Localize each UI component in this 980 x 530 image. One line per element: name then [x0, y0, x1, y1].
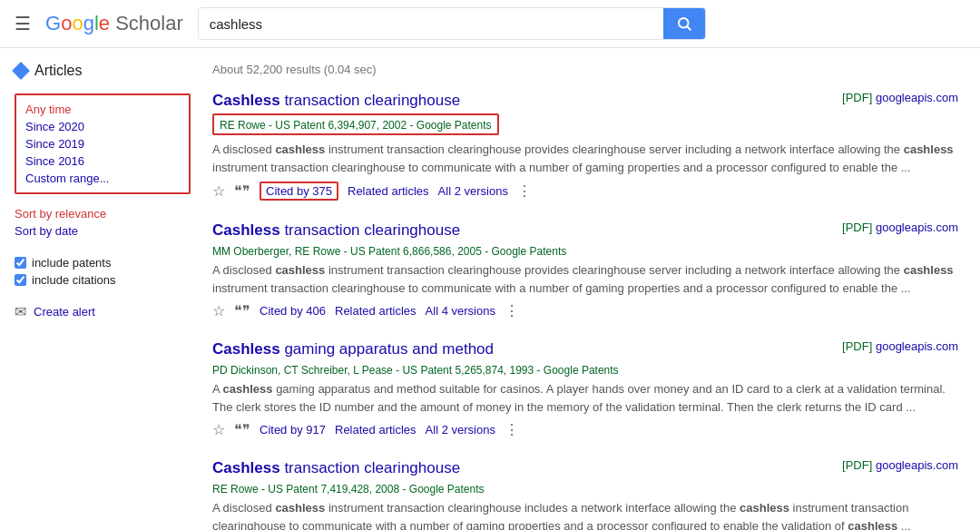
include-citations-text: include citations	[32, 273, 116, 287]
more-icon-1[interactable]: ⋮	[517, 182, 532, 200]
result-1-header: Cashless transaction clearinghouse [PDF]…	[212, 91, 958, 111]
result-2-patent-line: MM Oberberger, RE Rowe - US Patent 6,866…	[212, 243, 958, 258]
result-1-title-keyword: Cashless	[212, 92, 280, 109]
articles-label: Articles	[34, 63, 82, 79]
include-patents-checkbox[interactable]	[15, 257, 26, 269]
filter-custom-range[interactable]: Custom range...	[25, 170, 180, 187]
more-icon-2[interactable]: ⋮	[505, 302, 519, 319]
star-icon-3[interactable]: ☆	[212, 421, 225, 438]
time-filter-box: Any time Since 2020 Since 2019 Since 201…	[15, 93, 191, 194]
result-3-pdf-link[interactable]: [PDF] googleapis.com	[842, 339, 958, 353]
result-1-actions: ☆ ❝❞ Cited by 375 Related articles All 2…	[212, 182, 958, 201]
result-4-title-keyword: Cashless	[212, 459, 280, 476]
sort-by-relevance[interactable]: Sort by relevance	[15, 205, 191, 222]
checkbox-section: include patents include citations	[15, 254, 191, 289]
include-citations-label[interactable]: include citations	[15, 271, 191, 289]
result-1-snippet: A disclosed cashless instrument transact…	[212, 141, 958, 176]
star-icon-2[interactable]: ☆	[212, 302, 225, 319]
hamburger-icon[interactable]: ☰	[15, 13, 31, 34]
result-3-header: Cashless gaming apparatus and method [PD…	[212, 339, 958, 359]
results-area: About 52,200 results (0.04 sec) Cashless…	[191, 48, 980, 530]
sidebar-articles-header: Articles	[15, 63, 191, 79]
filter-since-2019[interactable]: Since 2019	[25, 135, 180, 152]
result-4-snippet: A disclosed cashless instrument transact…	[212, 499, 958, 530]
quote-icon-2[interactable]: ❝❞	[234, 302, 250, 319]
include-patents-label[interactable]: include patents	[15, 254, 191, 271]
versions-3[interactable]: All 2 versions	[426, 423, 495, 437]
main-layout: Articles Any time Since 2020 Since 2019 …	[0, 48, 980, 530]
more-icon-3[interactable]: ⋮	[505, 421, 519, 438]
result-2-title-suffix: transaction clearinghouse	[280, 221, 460, 239]
related-2[interactable]: Related articles	[335, 304, 416, 318]
filter-since-2020[interactable]: Since 2020	[25, 118, 180, 135]
filter-any-time[interactable]: Any time	[25, 101, 180, 118]
create-alert-label: Create alert	[34, 305, 95, 319]
result-3-patent-line: PD Dickinson, CT Schreiber, L Pease - US…	[212, 362, 958, 377]
time-text: (0.04 sec)	[324, 63, 377, 76]
versions-1[interactable]: All 2 versions	[438, 184, 508, 198]
result-2-snippet: A disclosed cashless instrument transact…	[212, 261, 958, 297]
related-1[interactable]: Related articles	[348, 184, 429, 198]
result-4-title-suffix: transaction clearinghouse	[280, 459, 460, 476]
versions-2[interactable]: All 4 versions	[426, 304, 495, 318]
pdf-label-2: [PDF]	[842, 221, 872, 234]
sort-by-date[interactable]: Sort by date	[15, 222, 191, 240]
star-icon-1[interactable]: ☆	[212, 182, 225, 200]
result-3-snippet: A cashless gaming apparatus and method s…	[212, 380, 958, 416]
search-button[interactable]	[663, 8, 705, 39]
related-3[interactable]: Related articles	[335, 423, 416, 437]
pdf-label-3: [PDF]	[842, 339, 872, 353]
filter-since-2016[interactable]: Since 2016	[25, 152, 180, 170]
result-1-patent-line: RE Rowe - US Patent 6,394,907, 2002 - Go…	[220, 119, 492, 132]
result-1-title-suffix: transaction clearinghouse	[280, 92, 460, 109]
result-4-header: Cashless transaction clearinghouse [PDF]…	[212, 458, 958, 478]
include-citations-checkbox[interactable]	[15, 274, 26, 286]
result-card-3: Cashless gaming apparatus and method [PD…	[212, 339, 958, 438]
pdf-label-1: [PDF]	[842, 91, 872, 104]
cited-by-1[interactable]: Cited by 375	[260, 182, 338, 201]
result-2-title[interactable]: Cashless transaction clearinghouse	[212, 221, 460, 240]
result-2-header: Cashless transaction clearinghouse [PDF]…	[212, 221, 958, 240]
search-input[interactable]: cashless	[199, 9, 663, 39]
result-4-patent-text: RE Rowe - US Patent 7,419,428, 2008 - Go…	[212, 483, 485, 496]
result-card-4: Cashless transaction clearinghouse [PDF]…	[212, 458, 958, 530]
sidebar: Articles Any time Since 2020 Since 2019 …	[0, 48, 191, 530]
pdf-host-1: googleapis.com	[876, 91, 958, 104]
result-2-pdf-link[interactable]: [PDF] googleapis.com	[842, 221, 958, 234]
quote-icon-1[interactable]: ❝❞	[234, 182, 250, 200]
search-bar: cashless	[198, 7, 706, 40]
pdf-host-2: googleapis.com	[876, 221, 958, 234]
results-count: About 52,200 results (0.04 sec)	[212, 63, 958, 76]
result-3-title-suffix: gaming apparatus and method	[280, 340, 494, 358]
result-1-title[interactable]: Cashless transaction clearinghouse	[212, 91, 460, 111]
result-2-patent-text: MM Oberberger, RE Rowe - US Patent 6,866…	[212, 245, 566, 258]
search-icon	[676, 15, 692, 32]
cited-by-3[interactable]: Cited by 917	[260, 423, 326, 437]
result-1-patent-box: RE Rowe - US Patent 6,394,907, 2002 - Go…	[212, 113, 499, 135]
create-alert-link[interactable]: ✉ Create alert	[15, 303, 191, 320]
result-card-2: Cashless transaction clearinghouse [PDF]…	[212, 221, 958, 319]
result-4-patent-line: RE Rowe - US Patent 7,419,428, 2008 - Go…	[212, 481, 958, 496]
result-3-patent-text: PD Dickinson, CT Schreiber, L Pease - US…	[212, 364, 619, 377]
diamond-icon	[12, 62, 30, 80]
pdf-label-4: [PDF]	[842, 458, 872, 472]
envelope-icon: ✉	[15, 303, 26, 320]
logo: Google Scholar	[45, 12, 183, 35]
cited-by-2[interactable]: Cited by 406	[260, 304, 326, 318]
svg-line-1	[687, 26, 690, 29]
result-2-title-keyword: Cashless	[212, 221, 280, 239]
result-3-title[interactable]: Cashless gaming apparatus and method	[212, 339, 494, 359]
result-1-pdf-link[interactable]: [PDF] googleapis.com	[842, 91, 958, 104]
include-patents-text: include patents	[32, 256, 111, 270]
result-4-title[interactable]: Cashless transaction clearinghouse	[212, 458, 460, 478]
header: ☰ Google Scholar cashless	[0, 0, 980, 48]
result-4-pdf-link[interactable]: [PDF] googleapis.com	[842, 458, 958, 472]
quote-icon-3[interactable]: ❝❞	[234, 421, 250, 438]
result-2-actions: ☆ ❝❞ Cited by 406 Related articles All 4…	[212, 302, 958, 319]
result-card-1: Cashless transaction clearinghouse [PDF]…	[212, 91, 958, 201]
sort-section: Sort by relevance Sort by date	[15, 205, 191, 240]
pdf-host-4: googleapis.com	[876, 458, 958, 472]
count-text: About 52,200 results	[212, 63, 324, 76]
result-3-title-keyword: Cashless	[212, 340, 280, 358]
pdf-host-3: googleapis.com	[876, 339, 958, 353]
